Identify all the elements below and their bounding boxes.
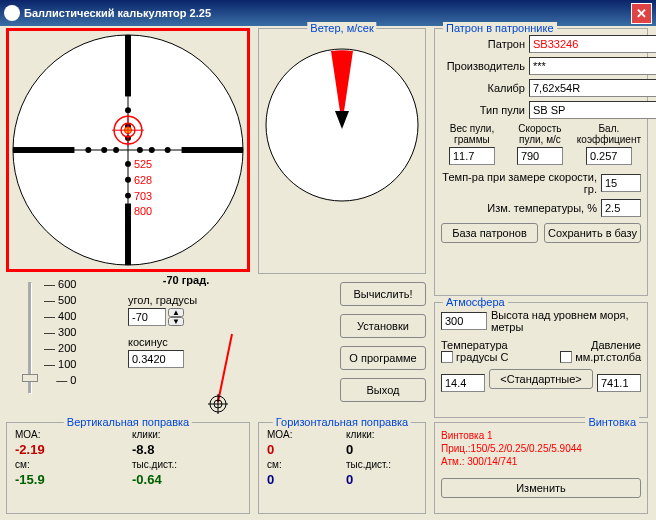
svg-point-7 (85, 147, 91, 153)
svg-point-13 (125, 107, 131, 113)
temp-input[interactable] (441, 374, 485, 392)
angle-panel: -70 град. угол, градусы ▲ ▼ косинус (128, 274, 244, 416)
angle-label: угол, градусы (128, 294, 244, 306)
angle-spin-down[interactable]: ▼ (168, 317, 184, 326)
cartridge-legend: Патрон в патроннике (443, 22, 557, 34)
rifle-panel: Винтовка Винтовка 1 Приц.:150/5.2/0.25/0… (434, 422, 648, 514)
svg-point-12 (165, 147, 171, 153)
cartridge-name-input[interactable] (529, 35, 656, 53)
vcorr-mils: -0.64 (132, 472, 241, 487)
wind-dial[interactable] (259, 35, 425, 225)
std-atmo-button[interactable]: <Стандартные> (489, 369, 593, 389)
app-title: Баллистический калькулятор 2.25 (24, 7, 211, 19)
svg-text:628: 628 (134, 174, 152, 186)
bullet-speed-input[interactable] (517, 147, 563, 165)
bc-input[interactable] (586, 147, 632, 165)
temp-delta-input[interactable] (601, 199, 641, 217)
svg-text:703: 703 (134, 190, 152, 202)
svg-point-11 (149, 147, 155, 153)
hcorr-moa: 0 (267, 442, 338, 457)
svg-point-17 (125, 177, 131, 183)
about-button[interactable]: О программе (340, 346, 426, 370)
action-buttons: Вычислить! Установки О программе Выход (340, 282, 426, 410)
slider-ticks: — 600 — 500 — 400 — 300 — 200 — 100 — 0 (44, 278, 76, 390)
hcorr-cm: 0 (267, 472, 338, 487)
temp-unit-check[interactable]: градусы C (441, 351, 508, 363)
hcorr-mils: 0 (346, 472, 417, 487)
svg-text:525: 525 (134, 158, 152, 170)
maker-input[interactable] (529, 57, 656, 75)
vcorr-moa: -2.19 (15, 442, 124, 457)
horizontal-correction-panel: Горизонтальная поправка MOA:клики: 00 см… (258, 422, 426, 514)
svg-point-9 (113, 147, 119, 153)
cartridge-save-button[interactable]: Сохранить в базу (544, 223, 641, 243)
angle-spin-up[interactable]: ▲ (168, 308, 184, 317)
svg-point-19 (125, 209, 131, 215)
atmo-legend: Атмосфера (443, 296, 508, 308)
bullet-type-input[interactable] (529, 101, 656, 119)
altitude-input[interactable] (441, 312, 487, 330)
rifle-scope: Приц.:150/5.2/0.25/0.25/5.9044 (441, 442, 641, 455)
angle-input[interactable] (128, 308, 166, 326)
pressure-input[interactable] (597, 374, 641, 392)
scope-view: 525 628 703 800 (6, 28, 250, 272)
svg-point-16 (125, 161, 131, 167)
wind-panel: Ветер, м/сек (258, 28, 426, 274)
temp-meas-input[interactable] (601, 174, 641, 192)
hcorr-clicks: 0 (346, 442, 417, 457)
caliber-input[interactable] (529, 79, 656, 97)
svg-line-30 (218, 334, 232, 402)
svg-point-8 (101, 147, 107, 153)
cartridge-db-button[interactable]: База патронов (441, 223, 538, 243)
calculate-button[interactable]: Вычислить! (340, 282, 426, 306)
angle-diagram (190, 332, 242, 416)
vcorr-clicks: -8.8 (132, 442, 241, 457)
svg-point-10 (137, 147, 143, 153)
cartridge-panel: Патрон в патроннике Патрон Производитель… (434, 28, 648, 296)
range-slider-thumb[interactable] (22, 374, 38, 382)
vertical-correction-panel: Вертикальная поправка MOA:клики: -2.19-8… (6, 422, 250, 514)
press-unit-check[interactable]: мм.рт.столба (560, 351, 641, 363)
rifle-atm: Атм.: 300/14/741 (441, 455, 641, 468)
range-slider-area: — 600 — 500 — 400 — 300 — 200 — 100 — 0 (6, 274, 128, 418)
vcorr-cm: -15.9 (15, 472, 124, 487)
svg-point-18 (125, 193, 131, 199)
atmosphere-panel: Атмосфера Высота над уровнем моря, метры… (434, 302, 648, 418)
svg-text:800: 800 (134, 205, 152, 217)
rifle-change-button[interactable]: Изменить (441, 478, 641, 498)
rifle-name: Винтовка 1 (441, 429, 641, 442)
angle-readout: -70 град. (128, 274, 244, 286)
bullet-weight-input[interactable] (449, 147, 495, 165)
svg-point-20 (125, 224, 131, 230)
wind-legend: Ветер, м/сек (307, 22, 376, 34)
close-button[interactable]: ✕ (631, 3, 652, 24)
settings-button[interactable]: Установки (340, 314, 426, 338)
cos-input[interactable] (128, 350, 184, 368)
app-icon: ◐ (4, 5, 20, 21)
exit-button[interactable]: Выход (340, 378, 426, 402)
